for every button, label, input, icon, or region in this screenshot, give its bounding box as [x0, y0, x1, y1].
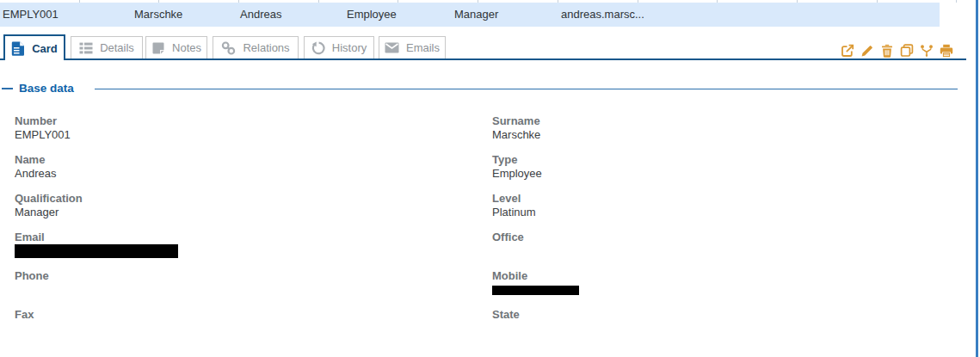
record-action-toolbar: [841, 44, 953, 58]
field-surname-label: Surname: [492, 114, 862, 127]
delete-trash-icon[interactable]: [880, 44, 894, 58]
selected-record-row[interactable]: EMPLY001 Marschke Andreas Employee Manag…: [0, 3, 940, 27]
field-number-label: Number: [15, 114, 385, 127]
details-list-icon: [79, 41, 93, 55]
field-mobile-label: Mobile: [492, 269, 862, 282]
field-fax-value: [15, 321, 385, 335]
edit-pencil-icon[interactable]: [860, 44, 874, 58]
row-cell-number: EMPLY001: [3, 3, 59, 27]
field-office-label: Office: [492, 231, 862, 243]
field-email-label: Email: [15, 231, 385, 243]
row-cell-name: Andreas: [240, 3, 281, 27]
section-rule: [95, 89, 958, 89]
field-mobile: Mobile: [492, 269, 862, 295]
field-office: Office: [492, 231, 862, 258]
field-level-value: Platinum: [492, 205, 862, 219]
panel-right-border: [976, 0, 978, 357]
field-level-label: Level: [492, 192, 862, 205]
tab-emails-label: Emails: [406, 41, 440, 54]
print-icon[interactable]: [940, 44, 953, 58]
tab-details-label: Details: [100, 41, 134, 54]
field-fax-label: Fax: [15, 308, 385, 321]
field-type-value: Employee: [492, 166, 862, 181]
tab-relations[interactable]: Relations: [213, 36, 299, 58]
field-name: Name Andreas: [15, 153, 385, 181]
branch-icon[interactable]: [920, 44, 934, 58]
field-surname-value: Marschke: [492, 127, 862, 142]
field-name-value: Andreas: [15, 166, 385, 181]
field-number: Number EMPLY001: [15, 114, 385, 142]
history-restore-icon: [311, 41, 325, 55]
tab-card[interactable]: Card: [3, 34, 65, 60]
field-qualification-value: Manager: [15, 205, 385, 219]
field-phone-value: [15, 282, 385, 297]
redacted-email-value: [15, 244, 178, 258]
tab-emails[interactable]: Emails: [379, 36, 446, 58]
row-cell-email: andreas.marsc...: [561, 3, 644, 27]
tab-notes-label: Notes: [172, 41, 201, 54]
field-qualification: Qualification Manager: [15, 192, 385, 219]
note-icon: [151, 41, 165, 55]
field-number-value: EMPLY001: [15, 127, 385, 142]
row-cell-type: Employee: [347, 3, 397, 27]
field-surname: Surname Marschke: [492, 114, 862, 142]
field-state: State: [492, 308, 862, 335]
row-cell-surname: Marschke: [134, 3, 182, 27]
field-level: Level Platinum: [492, 192, 862, 219]
chain-link-icon: [221, 41, 236, 55]
tab-relations-label: Relations: [243, 41, 289, 54]
record-detail-panel: EMPLY001 Marschke Andreas Employee Manag…: [0, 0, 980, 357]
tabbar-underline: [0, 58, 966, 60]
redacted-mobile-value: [492, 286, 579, 295]
tab-details[interactable]: Details: [71, 36, 143, 58]
field-state-value: [492, 321, 862, 335]
section-title: Base data: [19, 82, 74, 95]
field-type: Type Employee: [492, 153, 862, 181]
tab-history-label: History: [332, 41, 367, 54]
field-type-label: Type: [492, 153, 862, 166]
tab-notes[interactable]: Notes: [145, 36, 207, 58]
tab-history[interactable]: History: [304, 36, 374, 58]
field-phone-label: Phone: [15, 269, 385, 282]
open-external-icon[interactable]: [841, 44, 854, 58]
tab-card-label: Card: [32, 42, 58, 55]
field-qualification-label: Qualification: [15, 192, 385, 205]
card-document-icon: [11, 41, 25, 56]
envelope-icon: [385, 42, 399, 53]
collapse-section-toggle[interactable]: [2, 88, 13, 89]
row-cell-qualification: Manager: [454, 3, 498, 27]
field-name-label: Name: [15, 153, 385, 166]
field-office-value: [492, 243, 862, 258]
field-email: Email: [15, 231, 385, 258]
copy-icon[interactable]: [900, 44, 914, 58]
field-state-label: State: [492, 308, 862, 321]
field-phone: Phone: [15, 269, 385, 297]
field-fax: Fax: [15, 308, 385, 335]
